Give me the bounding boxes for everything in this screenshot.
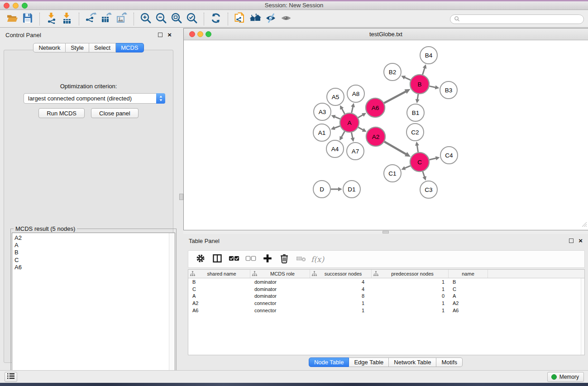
edge-B-B2[interactable] <box>401 76 411 80</box>
open-session-button[interactable] <box>5 12 20 26</box>
edge-D-D1[interactable] <box>331 187 342 191</box>
node-A6[interactable]: A6 <box>366 98 385 117</box>
tab-edge-table[interactable]: Edge Table <box>349 357 389 367</box>
toggle-columns-button[interactable] <box>209 252 225 266</box>
result-list-item[interactable]: A <box>14 242 175 249</box>
close-window-button[interactable] <box>4 3 10 9</box>
result-list-item[interactable]: A2 <box>14 234 175 242</box>
node-A[interactable]: A <box>340 113 359 132</box>
table-row[interactable]: A2connector11A2 <box>188 300 584 307</box>
minimize-window-button[interactable] <box>13 3 19 9</box>
zoom-out-button[interactable] <box>153 12 169 26</box>
node-A1[interactable]: A1 <box>313 124 330 141</box>
close-panel-button[interactable]: Close panel <box>91 108 139 118</box>
zoom-fit-button[interactable] <box>169 12 184 26</box>
result-list-item[interactable]: C <box>14 257 175 264</box>
minimize-network-button[interactable] <box>197 31 203 37</box>
import-table-button[interactable] <box>59 12 75 26</box>
edge-C-C3[interactable] <box>422 172 426 181</box>
add-row-button[interactable] <box>259 252 276 266</box>
tab-mcds[interactable]: MCDS <box>116 43 143 52</box>
delete-row-button[interactable] <box>276 252 292 266</box>
edge-C-C1[interactable] <box>401 166 410 170</box>
edge-A-A6[interactable] <box>358 113 366 118</box>
result-list-scrollbar[interactable] <box>169 233 175 380</box>
export-network-button[interactable] <box>83 12 99 26</box>
tab-network[interactable]: Network <box>33 43 66 52</box>
node-A2[interactable]: A2 <box>366 127 385 146</box>
float-icon[interactable] <box>158 33 163 37</box>
optimization-criterion-dropdown[interactable]: largest connected component (directed) <box>24 93 165 104</box>
edge-A6-B[interactable] <box>384 89 410 103</box>
result-list-item[interactable]: A6 <box>14 264 175 271</box>
node-D1[interactable]: D1 <box>343 181 360 198</box>
node-C1[interactable]: C1 <box>384 165 401 182</box>
search-box[interactable] <box>450 14 584 24</box>
network-graph[interactable]: B4B2BB3A8A5A6A3B1AA1C2A2A4A7C4CC1DD1C3 <box>184 40 588 230</box>
node-B[interactable]: B <box>410 75 429 94</box>
zoom-selected-button[interactable] <box>184 12 200 26</box>
network-canvas[interactable]: B4B2BB3A8A5A6A3B1AA1C2A2A4A7C4CC1DD1C3 <box>184 40 588 230</box>
edge-A-A8[interactable] <box>351 103 355 113</box>
edge-A-A1[interactable] <box>331 126 340 130</box>
node-A8[interactable]: A8 <box>347 85 364 102</box>
task-history-button[interactable] <box>5 372 17 382</box>
deselect-all-button[interactable] <box>242 252 259 266</box>
close-icon[interactable]: × <box>578 238 583 243</box>
import-network-button[interactable] <box>44 12 59 26</box>
tab-node-table[interactable]: Node Table <box>309 357 349 367</box>
select-all-button[interactable] <box>225 252 242 266</box>
edge-B-B1[interactable] <box>416 94 420 103</box>
node-C3[interactable]: C3 <box>420 181 437 198</box>
run-mcds-button[interactable]: Run MCDS <box>38 108 85 118</box>
table-row[interactable]: Cdominator41C <box>188 286 584 293</box>
maximize-network-button[interactable] <box>206 31 211 37</box>
node-B1[interactable]: B1 <box>407 104 424 121</box>
node-A3[interactable]: A3 <box>314 103 331 120</box>
node-B3[interactable]: B3 <box>440 81 457 99</box>
export-image-button[interactable] <box>114 12 129 26</box>
column-header-shared-name[interactable]: shared name <box>188 270 250 278</box>
column-header-successor-nodes[interactable]: successor nodes <box>310 270 372 278</box>
column-header-name[interactable]: name <box>449 270 488 278</box>
edge-C-C4[interactable] <box>429 156 440 160</box>
edge-A-A2[interactable] <box>358 127 366 132</box>
refresh-layout-button[interactable] <box>208 12 224 26</box>
memory-button[interactable]: Memory <box>547 372 584 382</box>
table-row[interactable]: Adominator80A <box>188 293 584 300</box>
duplicate-network-button[interactable] <box>232 12 248 26</box>
node-D[interactable]: D <box>313 181 330 198</box>
node-B4[interactable]: B4 <box>420 47 437 64</box>
resize-grip-icon[interactable] <box>581 221 587 229</box>
table-row[interactable]: A6connector11A6 <box>188 307 584 314</box>
table-row[interactable]: Bdominator41B <box>188 278 584 286</box>
home-view-button[interactable] <box>248 12 263 26</box>
result-list-item[interactable]: B <box>14 249 175 256</box>
save-session-button[interactable] <box>20 12 35 26</box>
edge-B-B4[interactable] <box>423 64 427 75</box>
network-window-titlebar[interactable]: testGlobe.txt <box>184 29 588 40</box>
node-A7[interactable]: A7 <box>347 143 364 160</box>
edge-B-B3[interactable] <box>430 86 440 90</box>
close-icon[interactable]: × <box>167 32 172 37</box>
node-A4[interactable]: A4 <box>326 140 344 157</box>
edge-A2-C[interactable] <box>384 142 411 157</box>
edge-A-A5[interactable] <box>340 105 344 114</box>
maximize-window-button[interactable] <box>22 3 28 9</box>
horizontal-splitter[interactable] <box>183 230 588 234</box>
node-B2[interactable]: B2 <box>384 63 401 81</box>
zoom-in-button[interactable] <box>138 12 153 26</box>
edge-A-A7[interactable] <box>351 133 355 142</box>
show-graphics-details-button[interactable] <box>278 12 294 26</box>
table-scrollbar[interactable] <box>581 278 584 355</box>
horizontal-splitter-handle[interactable] <box>382 231 389 234</box>
tab-style[interactable]: Style <box>66 43 89 52</box>
edge-C-C2[interactable] <box>415 142 419 152</box>
node-C2[interactable]: C2 <box>406 124 424 141</box>
node-A5[interactable]: A5 <box>327 88 344 105</box>
export-table-button[interactable] <box>99 12 114 26</box>
edge-A-A3[interactable] <box>331 115 340 119</box>
tab-select[interactable]: Select <box>89 43 116 52</box>
tab-motifs[interactable]: Motifs <box>436 357 463 367</box>
column-header-MCDS-role[interactable]: MCDS role <box>250 270 310 278</box>
